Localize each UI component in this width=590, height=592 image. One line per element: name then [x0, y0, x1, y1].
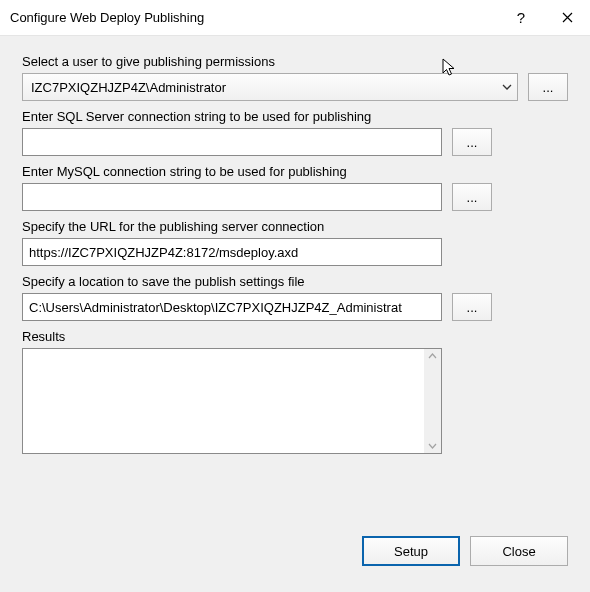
- sql-browse-button[interactable]: ...: [452, 128, 492, 156]
- close-window-button[interactable]: [544, 0, 590, 36]
- results-textarea[interactable]: [22, 348, 442, 454]
- results-label: Results: [22, 329, 568, 344]
- sql-label: Enter SQL Server connection string to be…: [22, 109, 568, 124]
- dialog-footer: Setup Close: [22, 522, 568, 582]
- select-user-label: Select a user to give publishing permiss…: [22, 54, 568, 69]
- mysql-label: Enter MySQL connection string to be used…: [22, 164, 568, 179]
- results-scrollbar[interactable]: [424, 349, 441, 453]
- dialog-content: Select a user to give publishing permiss…: [0, 36, 590, 592]
- save-location-label: Specify a location to save the publish s…: [22, 274, 568, 289]
- url-label: Specify the URL for the publishing serve…: [22, 219, 568, 234]
- sql-connection-input[interactable]: [22, 128, 442, 156]
- setup-button[interactable]: Setup: [362, 536, 460, 566]
- publishing-url-input[interactable]: [22, 238, 442, 266]
- save-location-browse-button[interactable]: ...: [452, 293, 492, 321]
- window-title: Configure Web Deploy Publishing: [10, 10, 498, 25]
- mysql-browse-button[interactable]: ...: [452, 183, 492, 211]
- user-browse-button[interactable]: ...: [528, 73, 568, 101]
- help-button[interactable]: ?: [498, 0, 544, 36]
- close-button[interactable]: Close: [470, 536, 568, 566]
- user-select[interactable]: IZC7PXIQZHJZP4Z\Administrator: [22, 73, 518, 101]
- chevron-down-icon: [428, 443, 437, 449]
- close-icon: [562, 12, 573, 23]
- mysql-connection-input[interactable]: [22, 183, 442, 211]
- save-location-input[interactable]: [22, 293, 442, 321]
- titlebar: Configure Web Deploy Publishing ?: [0, 0, 590, 36]
- user-select-value: IZC7PXIQZHJZP4Z\Administrator: [22, 73, 518, 101]
- chevron-up-icon: [428, 353, 437, 359]
